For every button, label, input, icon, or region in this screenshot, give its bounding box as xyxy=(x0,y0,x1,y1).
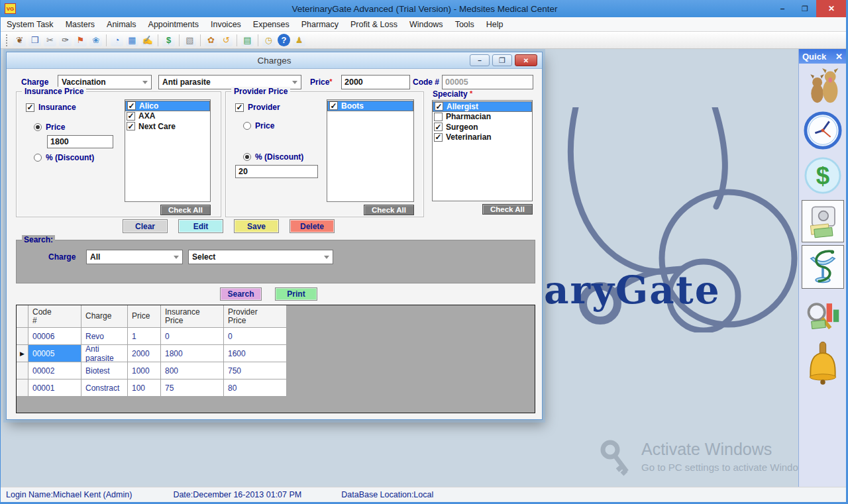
radio-unselected-icon[interactable] xyxy=(243,122,251,130)
list-item[interactable]: AXA xyxy=(125,111,210,122)
col-header-provider[interactable]: ProviderPrice xyxy=(224,305,287,328)
insurance-checkbox[interactable]: Insurance xyxy=(26,103,76,112)
provider-discount-input[interactable] xyxy=(235,165,318,178)
specialty-listbox[interactable]: Allergist Pharmacian Surgeon Veterinaria… xyxy=(432,100,533,201)
cell-insurance[interactable]: 75 xyxy=(161,379,224,397)
checkbox-unchecked-icon[interactable] xyxy=(434,113,443,121)
checkbox-checked-icon[interactable] xyxy=(127,112,135,121)
list-item[interactable]: Boots xyxy=(327,101,413,111)
col-header-charge[interactable]: Charge xyxy=(81,305,128,328)
radio-selected-icon[interactable] xyxy=(34,123,42,131)
cell-insurance[interactable]: 0 xyxy=(161,328,224,345)
close-button[interactable] xyxy=(816,0,847,17)
insurance-price-input[interactable] xyxy=(47,135,113,148)
table-row[interactable]: 00001 Constract 100 75 80 xyxy=(17,379,287,397)
dialog-titlebar[interactable]: Charges xyxy=(7,52,542,69)
menu-invoices[interactable]: Invoices xyxy=(205,17,247,32)
insurance-check-all-button[interactable]: Check All xyxy=(160,205,211,215)
pharmacy-icon[interactable] xyxy=(802,245,844,289)
menu-appointments[interactable]: Appointments xyxy=(142,17,205,32)
cell-charge[interactable]: Constract xyxy=(81,379,128,397)
cell-code[interactable]: 00006 xyxy=(28,328,81,345)
provider-discount-radio[interactable]: % (Discount) xyxy=(243,152,303,162)
invoice-icon[interactable]: ✍ xyxy=(141,34,154,46)
cell-charge[interactable]: Anti parasite xyxy=(81,345,128,362)
bell-icon[interactable]: ♟ xyxy=(293,34,305,46)
specialty-check-all-button[interactable]: Check All xyxy=(482,204,533,215)
calendar-icon[interactable]: ▦ xyxy=(126,34,138,46)
menu-expenses[interactable]: Expenses xyxy=(247,17,295,32)
payments-dollar-icon[interactable]: $ xyxy=(162,34,175,46)
edit-button[interactable]: Edit xyxy=(178,219,223,233)
reminder-clock-icon[interactable]: ◷ xyxy=(262,34,275,46)
cell-insurance[interactable]: 800 xyxy=(161,362,224,379)
cell-provider[interactable]: 80 xyxy=(224,379,287,397)
checkbox-checked-icon[interactable] xyxy=(26,103,34,112)
row-selector[interactable] xyxy=(17,328,28,345)
col-header-price[interactable]: Price xyxy=(128,305,161,328)
providers-listbox[interactable]: Boots xyxy=(327,99,414,202)
dialog-close-button[interactable] xyxy=(515,54,537,66)
cell-price[interactable]: 1000 xyxy=(128,362,161,379)
menu-system-task[interactable]: System Task xyxy=(1,17,60,32)
insurance-discount-radio[interactable]: % (Discount) xyxy=(34,153,94,162)
insurance-price-radio[interactable]: Price xyxy=(34,123,65,132)
cell-charge[interactable]: Revo xyxy=(81,328,128,345)
save-button[interactable]: Save xyxy=(234,219,279,233)
menu-help[interactable]: Help xyxy=(480,17,509,32)
billing-dollar-icon[interactable]: $ xyxy=(802,155,844,196)
radio-selected-icon[interactable] xyxy=(243,153,251,161)
search-item-select[interactable]: Select xyxy=(188,250,333,264)
provider-checkbox[interactable]: Provider xyxy=(235,103,280,112)
cell-price[interactable]: 1 xyxy=(128,328,161,345)
search-category-select[interactable]: All xyxy=(86,250,183,264)
print-button[interactable]: Print xyxy=(275,287,317,301)
list-item[interactable]: Allergist xyxy=(433,101,532,112)
table-row[interactable]: 00006 Revo 1 0 0 xyxy=(17,328,287,345)
cell-charge[interactable]: Biotest xyxy=(81,362,128,379)
surgery-icon[interactable]: ✂ xyxy=(44,34,56,46)
checkbox-checked-icon[interactable] xyxy=(127,122,135,130)
quick-panel-close-icon[interactable] xyxy=(835,52,843,62)
undo-icon[interactable]: ↺ xyxy=(220,34,233,46)
grooming-icon[interactable]: ❀ xyxy=(89,34,102,46)
list-item[interactable]: Veterinarian xyxy=(433,132,532,143)
provider-check-all-button[interactable]: Check All xyxy=(364,205,414,215)
provider-price-radio[interactable]: Price xyxy=(243,121,274,130)
cell-provider[interactable]: 1600 xyxy=(224,345,287,362)
checkbox-checked-icon[interactable] xyxy=(434,133,443,142)
cell-provider[interactable]: 750 xyxy=(224,362,287,379)
list-item[interactable]: Next Care xyxy=(125,121,210,132)
medicine-capsule-icon[interactable]: ⚑ xyxy=(74,34,87,46)
price-input[interactable] xyxy=(341,75,410,89)
instrument-icon[interactable]: ✑ xyxy=(59,34,72,46)
dialog-restore-button[interactable] xyxy=(492,54,512,66)
appointments-clock-icon[interactable]: ◔ xyxy=(111,34,123,46)
cell-price[interactable]: 2000 xyxy=(128,345,161,362)
row-selector[interactable] xyxy=(17,362,28,379)
table-row[interactable]: 00005 Anti parasite 2000 1800 1600 xyxy=(17,345,287,362)
pets-icon[interactable] xyxy=(802,66,844,106)
current-row-arrow-icon[interactable] xyxy=(17,345,28,362)
reports-search-icon[interactable] xyxy=(802,294,844,335)
reminder-bell-icon[interactable] xyxy=(802,338,844,388)
reports-icon[interactable]: ▤ xyxy=(241,34,254,46)
menu-pharmacy[interactable]: Pharmacy xyxy=(295,17,344,32)
cell-price[interactable]: 100 xyxy=(128,379,161,397)
checkbox-checked-icon[interactable] xyxy=(127,101,136,110)
row-selector[interactable] xyxy=(17,379,28,397)
menu-tools[interactable]: Tools xyxy=(449,17,480,32)
radio-unselected-icon[interactable] xyxy=(34,154,42,162)
dialog-minimize-button[interactable] xyxy=(470,54,490,66)
masters-book-icon[interactable]: ❒ xyxy=(28,34,41,46)
list-item[interactable]: Pharmacian xyxy=(433,112,532,123)
clock-icon[interactable] xyxy=(802,110,844,151)
cell-code[interactable]: 00002 xyxy=(28,362,81,379)
restore-button[interactable] xyxy=(794,0,816,17)
list-item[interactable]: Alico xyxy=(125,101,210,111)
insurance-companies-listbox[interactable]: Alico AXA Next Care xyxy=(125,99,211,202)
menu-windows[interactable]: Windows xyxy=(403,17,449,32)
animals-icon[interactable]: ❦ xyxy=(13,34,26,46)
cell-code-selected[interactable]: 00005 xyxy=(28,345,81,362)
menu-profit-loss[interactable]: Profit & Loss xyxy=(344,17,403,32)
